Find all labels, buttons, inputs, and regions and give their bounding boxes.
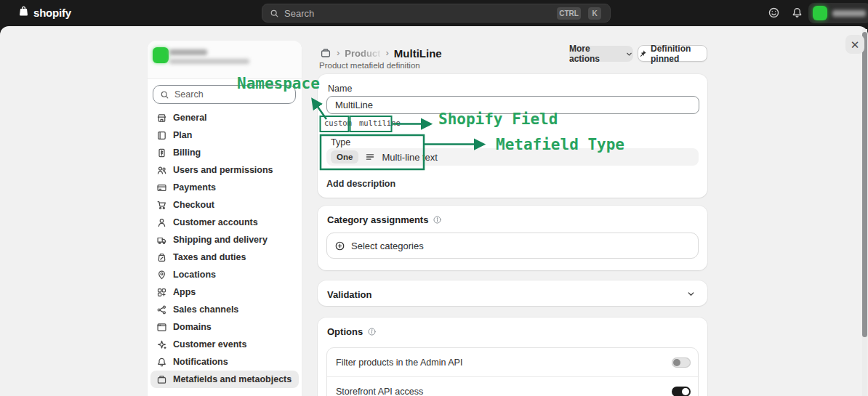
name-label: Name bbox=[328, 84, 352, 94]
sidebar-item-billing[interactable]: Billing bbox=[150, 144, 299, 161]
select-categories-button[interactable]: Select categories bbox=[326, 233, 699, 259]
shopify-bag-icon bbox=[17, 5, 30, 20]
metafields-icon bbox=[320, 47, 331, 59]
store-icon bbox=[156, 113, 167, 124]
billing-icon bbox=[156, 148, 167, 158]
sidebar-item-label: Payments bbox=[173, 182, 216, 193]
sidebar-item-label: Shipping and delivery bbox=[173, 235, 268, 245]
pin-icon bbox=[638, 49, 647, 58]
sidebar-item-customer-accounts[interactable]: Customer accounts bbox=[150, 214, 299, 231]
scrollbar-thumb[interactable] bbox=[862, 32, 867, 337]
breadcrumb-separator: › bbox=[385, 48, 388, 59]
sidebar-item-customer-events[interactable]: Customer events bbox=[150, 336, 299, 353]
category-assignments-title: Category assignments bbox=[327, 214, 428, 225]
info-icon[interactable] bbox=[367, 327, 377, 336]
support-icon[interactable] bbox=[768, 7, 780, 19]
more-actions-button[interactable]: More actions bbox=[569, 46, 633, 62]
sales-channels-icon bbox=[156, 304, 167, 315]
definition-pinned-button[interactable]: Definition pinned bbox=[638, 45, 707, 62]
breadcrumb-separator: › bbox=[337, 48, 339, 59]
chevron-down-icon bbox=[625, 50, 633, 58]
type-value: Multi-line text bbox=[382, 152, 438, 163]
option-label: Filter products in the Admin API bbox=[336, 357, 462, 368]
store-url-redacted bbox=[169, 59, 249, 64]
category-assignments-card: Category assignments Select categories bbox=[318, 206, 707, 270]
metafields-icon bbox=[156, 374, 167, 385]
store-switcher[interactable] bbox=[808, 3, 868, 23]
options-box: Filter products in the Admin API Storefr… bbox=[326, 347, 699, 396]
info-icon[interactable] bbox=[433, 215, 442, 225]
sidebar-item-label: Users and permissions bbox=[173, 165, 273, 175]
breadcrumb-parent[interactable]: Product bbox=[345, 48, 380, 59]
sidebar-store-header bbox=[148, 41, 302, 79]
type-row: One Multi-line text bbox=[326, 148, 699, 166]
option-row-storefront-access: Storefront API access bbox=[327, 377, 699, 396]
sidebar-item-plan[interactable]: Plan bbox=[150, 126, 299, 144]
chevron-down-icon[interactable] bbox=[686, 289, 696, 299]
definition-pinned-label: Definition pinned bbox=[651, 44, 707, 64]
sidebar-item-label: Taxes and duties bbox=[173, 252, 246, 262]
taxes-icon bbox=[156, 252, 167, 263]
sidebar-item-domains[interactable]: Domains bbox=[150, 318, 299, 336]
search-icon bbox=[270, 9, 279, 18]
definition-card: Name MultiLine custom multiline Type One… bbox=[318, 74, 707, 198]
users-icon bbox=[156, 165, 167, 176]
sidebar-item-notifications[interactable]: Notifications bbox=[150, 353, 299, 371]
page-subtitle: Product metafield definition bbox=[319, 61, 420, 70]
settings-search-input[interactable]: Search bbox=[153, 85, 296, 104]
apps-icon bbox=[156, 287, 167, 298]
store-name-redacted bbox=[169, 49, 207, 55]
options-title: Options bbox=[327, 326, 363, 337]
notification-bell-icon[interactable] bbox=[791, 7, 803, 19]
shipping-icon bbox=[156, 235, 167, 246]
sidebar-item-payments[interactable]: Payments bbox=[150, 179, 299, 196]
namespace-key: custom multiline bbox=[324, 118, 401, 127]
sidebar-item-users-and-permissions[interactable]: Users and permissions bbox=[150, 161, 299, 179]
cardinality-pill: One bbox=[331, 150, 358, 163]
namespace-badge: custom bbox=[324, 118, 352, 127]
key-badge: multiline bbox=[359, 118, 401, 127]
sidebar-nav: GeneralPlanBillingUsers and permissionsP… bbox=[150, 109, 299, 388]
add-description-button[interactable]: Add description bbox=[326, 179, 395, 189]
kbd-k: K bbox=[588, 7, 601, 20]
multiline-text-icon bbox=[365, 152, 375, 162]
sidebar-item-label: Checkout bbox=[173, 200, 214, 210]
storefront-access-toggle[interactable] bbox=[672, 387, 691, 396]
global-search-input[interactable]: Search CTRL K bbox=[262, 4, 611, 23]
locations-icon bbox=[156, 270, 167, 280]
name-input[interactable]: MultiLine bbox=[326, 96, 699, 114]
admin-filter-toggle[interactable] bbox=[672, 357, 691, 368]
name-value: MultiLine bbox=[335, 100, 373, 110]
sidebar-item-shipping-and-delivery[interactable]: Shipping and delivery bbox=[150, 231, 299, 248]
options-card: Options Filter products in the Admin API… bbox=[318, 318, 707, 396]
sidebar-item-label: Sales channels bbox=[173, 304, 238, 315]
store-avatar bbox=[153, 47, 169, 63]
sidebar-item-label: Apps bbox=[173, 287, 196, 297]
sidebar-item-checkout[interactable]: Checkout bbox=[150, 196, 299, 214]
sidebar-item-sales-channels[interactable]: Sales channels bbox=[150, 301, 299, 318]
sidebar-item-label: Domains bbox=[173, 322, 212, 332]
checkout-icon bbox=[156, 200, 167, 211]
sidebar-item-clipped[interactable] bbox=[150, 388, 299, 396]
sidebar-item-label: Metafields and metaobjects bbox=[173, 374, 292, 384]
customer-events-icon bbox=[156, 339, 167, 350]
close-icon[interactable]: ✕ bbox=[845, 35, 864, 54]
sidebar-item-metafields-and-metaobjects[interactable]: Metafields and metaobjects bbox=[150, 371, 299, 388]
sidebar-item-general[interactable]: General bbox=[150, 109, 299, 126]
validation-card[interactable]: Validation bbox=[318, 280, 707, 306]
top-bar: shopify Search CTRL K bbox=[0, 0, 868, 26]
more-actions-label: More actions bbox=[569, 44, 622, 64]
sidebar-item-label: Notifications bbox=[173, 357, 228, 367]
shopify-logo[interactable]: shopify bbox=[17, 5, 71, 20]
sidebar-item-apps[interactable]: Apps bbox=[150, 283, 299, 301]
global-search-placeholder: Search bbox=[284, 8, 314, 19]
shopify-admin-window: shopify Search CTRL K bbox=[0, 0, 868, 396]
settings-sidebar: Search GeneralPlanBillingUsers and permi… bbox=[148, 41, 302, 396]
notifications-icon bbox=[156, 357, 167, 368]
type-label: Type bbox=[331, 137, 350, 148]
sidebar-item-locations[interactable]: Locations bbox=[150, 266, 299, 283]
settings-search-placeholder: Search bbox=[174, 89, 204, 100]
customer-accounts-icon bbox=[156, 217, 167, 228]
sidebar-item-taxes-and-duties[interactable]: Taxes and duties bbox=[150, 248, 299, 266]
plan-icon bbox=[156, 130, 167, 141]
